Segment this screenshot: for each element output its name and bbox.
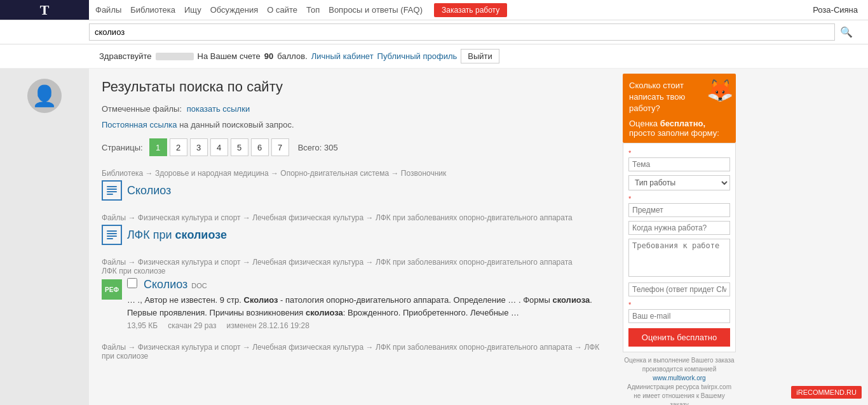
marked-files-row: Отмеченные файлы: показать ссылки xyxy=(102,104,606,114)
nav-about[interactable]: О сайте xyxy=(267,5,297,15)
marked-files-link[interactable]: показать ссылки xyxy=(187,104,250,114)
permanent-link-suffix: на данный поисковый запрос. xyxy=(179,120,294,129)
recommend-label: iRECOMMEND.RU xyxy=(796,388,857,396)
points-value: 90 xyxy=(264,51,273,61)
nav-faq[interactable]: Вопросы и ответы (FAQ) xyxy=(329,5,423,15)
nav-looking[interactable]: Ищу xyxy=(184,5,201,15)
result-title-2[interactable]: ЛФК при сколиозе xyxy=(127,229,227,242)
ad-box: Сколько стоит написать твою работу? 🦊 Оц… xyxy=(623,74,736,143)
download-count: скачан 29 раз xyxy=(168,321,216,330)
work-type-select[interactable]: Тип работы xyxy=(628,175,730,190)
bc4-sport[interactable]: Физическая культура и спорт xyxy=(138,343,241,352)
bc1-library[interactable]: Библиотека xyxy=(102,169,143,178)
email-input[interactable] xyxy=(628,309,730,323)
breadcrumb-2: Файлы → Физическая культура и спорт → Ле… xyxy=(102,213,606,222)
page-btn-3[interactable]: 3 xyxy=(190,138,208,156)
main-content: Результаты поиска по сайту Отмеченные фа… xyxy=(89,69,616,405)
bc2-lfk[interactable]: Лечебная физическая культура xyxy=(252,213,363,222)
right-sidebar: Сколько стоит написать твою работу? 🦊 Оц… xyxy=(616,69,736,405)
modified-date: изменен 28.12.16 19:28 xyxy=(226,321,309,330)
result-icon-1 xyxy=(102,180,122,201)
pagination-total: Всего: 305 xyxy=(298,143,338,152)
subject-input[interactable] xyxy=(628,203,730,217)
theme-label: * xyxy=(628,149,631,157)
logout-button[interactable]: Выйти xyxy=(461,49,499,63)
result-icon-3: РЕФ xyxy=(102,279,122,300)
bc2-diseases[interactable]: ЛФК при заболеваниях опорно-двигательног… xyxy=(376,213,573,222)
sidebar: 👤 xyxy=(0,69,89,405)
nav-top[interactable]: Топ xyxy=(306,5,320,15)
page-btn-5[interactable]: 5 xyxy=(231,138,248,156)
header-username: Роза-Сияна xyxy=(813,5,858,15)
profile-link[interactable]: Публичный профиль xyxy=(377,51,458,61)
form-field-deadline xyxy=(628,221,730,235)
submit-button[interactable]: Оценить бесплатно xyxy=(628,328,730,347)
top-nav-links: Файлы Библиотека Ищу Обсуждения О сайте … xyxy=(89,0,813,20)
page-title: Результаты поиска по сайту xyxy=(102,79,606,95)
svg-rect-0 xyxy=(107,186,117,187)
deadline-input[interactable] xyxy=(628,221,730,235)
permanent-link-row: Постоянная ссылка на данный поисковый за… xyxy=(102,120,606,129)
fox-icon: 🦊 xyxy=(707,77,733,103)
result-item-2: Файлы → Физическая культура и спорт → Ле… xyxy=(102,213,606,245)
username-placeholder xyxy=(156,53,194,60)
pagination: Страницы: 1 2 3 4 5 6 7 Всего: 305 xyxy=(102,138,606,156)
footer-text-2: Администрация ресурса twirpx.com не имее… xyxy=(627,383,731,405)
requirements-input[interactable] xyxy=(628,239,730,277)
bc4-diseases[interactable]: ЛФК при заболеваниях опорно-двигательног… xyxy=(376,343,573,352)
theme-input[interactable] xyxy=(628,157,730,171)
bc1-spine[interactable]: Позвоночник xyxy=(401,169,446,178)
result-checkbox-3[interactable] xyxy=(127,278,137,288)
svg-rect-4 xyxy=(107,230,117,232)
nav-library[interactable]: Библиотека xyxy=(130,5,175,15)
recommend-badge[interactable]: iRECOMMEND.RU xyxy=(791,386,862,399)
bc3-diseases[interactable]: ЛФК при заболеваниях опорно-двигательног… xyxy=(376,258,573,267)
bc1-health[interactable]: Здоровье и народная медицина xyxy=(155,169,269,178)
email-label: * xyxy=(628,301,631,309)
bc1-locomotor[interactable]: Опорно-двигательная система xyxy=(280,169,389,178)
pages-label: Страницы: xyxy=(102,143,143,152)
nav-discussions[interactable]: Обсуждения xyxy=(210,5,259,15)
breadcrumb-3: Файлы → Физическая культура и спорт → Ле… xyxy=(102,258,606,276)
form-field-type: Тип работы xyxy=(628,175,730,190)
search-button[interactable]: 🔍 xyxy=(835,23,858,41)
svg-rect-2 xyxy=(107,191,117,192)
page-btn-2[interactable]: 2 xyxy=(170,138,187,156)
result-title-1[interactable]: Сколиоз xyxy=(127,184,171,197)
result-title-3[interactable]: Сколиоз xyxy=(144,278,187,291)
bc3-files[interactable]: Файлы xyxy=(102,258,126,267)
nav-order-btn[interactable]: Заказать работу xyxy=(434,3,507,17)
result-item-3: Файлы → Физическая культура и спорт → Ле… xyxy=(102,258,606,330)
page-btn-6[interactable]: 6 xyxy=(251,138,269,156)
svg-rect-5 xyxy=(107,233,117,234)
marked-files-label: Отмеченные файлы: xyxy=(102,104,182,114)
bc4-files[interactable]: Файлы xyxy=(102,343,126,352)
footer-link[interactable]: www.multiwork.org xyxy=(653,375,705,382)
greeting-label: Здравствуйте xyxy=(99,51,152,61)
bc2-files[interactable]: Файлы xyxy=(102,213,126,222)
page-btn-7[interactable]: 7 xyxy=(271,138,289,156)
logo-block: T xyxy=(0,0,89,20)
result-snippet-3: … ., Автор не известен. 9 стр. Сколиоз -… xyxy=(127,294,606,319)
bc3-lfk[interactable]: Лечебная физическая культура xyxy=(252,258,363,267)
result-icon-2 xyxy=(102,225,122,245)
points-suffix: баллов. xyxy=(277,51,307,61)
bc3-scoliosis-lfk[interactable]: ЛФК при сколиозе xyxy=(102,267,165,276)
cabinet-link[interactable]: Личный кабинет xyxy=(311,51,374,61)
file-size: 13,95 КБ xyxy=(127,321,158,330)
page-btn-1[interactable]: 1 xyxy=(149,138,167,156)
page-btn-4[interactable]: 4 xyxy=(210,138,228,156)
bc4-lfk[interactable]: Лечебная физическая культура xyxy=(252,343,363,352)
result-item-1: Библиотека → Здоровье и народная медицин… xyxy=(102,169,606,201)
bc3-sport[interactable]: Физическая культура и спорт xyxy=(138,258,241,267)
svg-rect-3 xyxy=(107,194,113,195)
subject-label: * xyxy=(628,195,631,202)
bc2-sport[interactable]: Физическая культура и спорт xyxy=(138,213,241,222)
search-input[interactable] xyxy=(89,23,835,41)
result-item-4: Файлы → Физическая культура и спорт → Ле… xyxy=(102,343,606,361)
phone-input[interactable] xyxy=(628,282,730,296)
nav-files[interactable]: Файлы xyxy=(95,5,121,15)
form-field-subject: * xyxy=(628,194,730,217)
permanent-link[interactable]: Постоянная ссылка xyxy=(102,120,177,129)
form-box: * Тип работы * * xyxy=(623,143,736,352)
